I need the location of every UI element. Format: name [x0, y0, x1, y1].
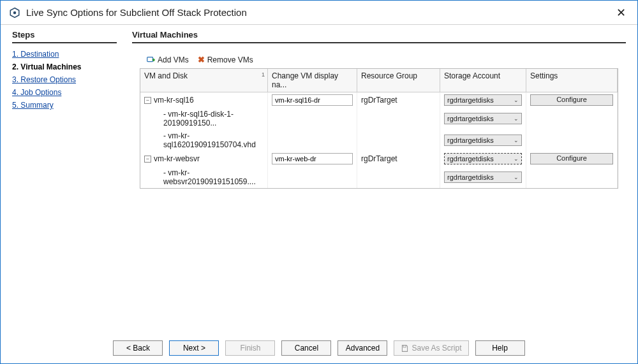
titlebar: Live Sync Options for Subclient Off Stac…	[1, 1, 637, 25]
row-name: vm-kr-sql16	[154, 96, 194, 105]
close-icon[interactable]: ✕	[612, 4, 630, 21]
display-name-cell	[268, 151, 357, 166]
table-row: −vm-kr-sql16rgDrTargetrgdrtargetdisks⌄Co…	[140, 92, 618, 108]
display-name-cell	[268, 92, 357, 108]
vm-name-cell[interactable]: −vm-kr-sql16	[140, 92, 268, 108]
storage-account-cell: rgdrtargetdisks⌄	[440, 129, 526, 151]
save-icon	[401, 344, 409, 353]
settings-cell	[526, 108, 618, 129]
remove-vms-button[interactable]: ✖ Remove VMs	[198, 55, 253, 64]
step-summary[interactable]: 5. Summary	[12, 101, 117, 110]
collapse-icon[interactable]: −	[144, 156, 151, 163]
vm-toolbar: Add VMs ✖ Remove VMs	[146, 55, 618, 64]
cancel-button[interactable]: Cancel	[281, 340, 331, 356]
steps-sidebar: Steps 1. Destination 2. Virtual Machines…	[1, 25, 128, 334]
step-job-options[interactable]: 4. Job Options	[12, 88, 117, 97]
resource-group-cell	[357, 108, 440, 129]
add-vms-button[interactable]: Add VMs	[146, 55, 189, 64]
col-settings[interactable]: Settings	[526, 69, 618, 92]
table-row: −vm-kr-websvrrgDrTargetrgdrtargetdisks⌄C…	[140, 151, 618, 166]
remove-icon: ✖	[198, 55, 205, 64]
main-panel: Virtual Machines Add VMs ✖ Remove VMs VM…	[128, 25, 637, 334]
disk-name-cell[interactable]: - vm-kr-sql16-disk-1-20190919150...	[140, 108, 268, 129]
next-button[interactable]: Next >	[169, 340, 219, 356]
row-name: - vm-kr-sql1620190919150704.vhd	[163, 131, 263, 149]
back-button[interactable]: < Back	[113, 340, 163, 356]
step-destination[interactable]: 1. Destination	[12, 50, 117, 59]
vm-grid: VM and Disk1 Change VM display na... Res…	[140, 68, 618, 189]
table-row: - vm-kr-websvr20190919151059....rgdrtarg…	[140, 166, 618, 188]
storage-account-cell: rgdrtargetdisks⌄	[440, 92, 526, 108]
finish-button: Finish	[225, 340, 275, 356]
resource-group-cell	[357, 166, 440, 188]
svg-point-1	[13, 11, 17, 14]
col-resource-group[interactable]: Resource Group	[357, 69, 440, 92]
add-vms-label: Add VMs	[158, 55, 189, 64]
chevron-down-icon: ⌄	[514, 115, 519, 122]
storage-account-select[interactable]: rgdrtargetdisks⌄	[444, 153, 522, 164]
display-name-cell	[268, 166, 357, 188]
storage-account-cell: rgdrtargetdisks⌄	[440, 151, 526, 166]
resource-group-cell: rgDrTarget	[357, 151, 440, 166]
row-name: - vm-kr-sql16-disk-1-20190919150...	[163, 110, 263, 127]
storage-account-cell: rgdrtargetdisks⌄	[440, 108, 526, 129]
dialog-body: Steps 1. Destination 2. Virtual Machines…	[1, 25, 637, 334]
col-display-name[interactable]: Change VM display na...	[268, 69, 357, 92]
display-name-cell	[268, 108, 357, 129]
storage-account-select[interactable]: rgdrtargetdisks⌄	[444, 135, 522, 146]
collapse-icon[interactable]: −	[144, 97, 151, 104]
storage-account-select[interactable]: rgdrtargetdisks⌄	[444, 94, 522, 106]
step-restore-options[interactable]: 3. Restore Options	[12, 75, 117, 84]
chevron-down-icon: ⌄	[514, 97, 519, 103]
display-name-cell	[268, 129, 357, 151]
configure-button[interactable]: Configure	[530, 153, 613, 164]
chevron-down-icon: ⌄	[514, 137, 519, 143]
configure-button[interactable]: Configure	[530, 94, 613, 106]
settings-cell	[526, 166, 618, 188]
display-name-input[interactable]	[272, 94, 353, 106]
save-as-script-label: Save As Script	[412, 344, 461, 353]
add-icon	[146, 55, 155, 64]
vm-name-cell[interactable]: −vm-kr-websvr	[140, 151, 268, 166]
chevron-down-icon: ⌄	[514, 156, 519, 162]
storage-account-cell: rgdrtargetdisks⌄	[440, 166, 526, 188]
display-name-input[interactable]	[272, 153, 353, 164]
advanced-button[interactable]: Advanced	[338, 340, 387, 356]
disk-name-cell[interactable]: - vm-kr-sql1620190919150704.vhd	[140, 129, 268, 151]
footer-buttons: < Back Next > Finish Cancel Advanced Sav…	[1, 334, 637, 363]
col-storage-account[interactable]: Storage Account	[440, 69, 526, 92]
sort-indicator: 1	[262, 71, 265, 78]
save-as-script-button: Save As Script	[394, 340, 468, 356]
steps-heading: Steps	[12, 30, 117, 43]
table-row: - vm-kr-sql1620190919150704.vhdrgdrtarge…	[140, 129, 618, 151]
settings-cell: Configure	[526, 92, 618, 108]
app-icon	[8, 6, 21, 19]
grid-body: −vm-kr-sql16rgDrTargetrgdrtargetdisks⌄Co…	[140, 92, 618, 188]
row-name: - vm-kr-websvr20190919151059....	[163, 168, 263, 186]
settings-cell: Configure	[526, 151, 618, 166]
disk-name-cell[interactable]: - vm-kr-websvr20190919151059....	[140, 166, 268, 188]
svg-rect-2	[147, 57, 153, 61]
resource-group-cell	[357, 129, 440, 151]
help-button[interactable]: Help	[475, 340, 525, 356]
row-name: vm-kr-websvr	[154, 154, 200, 163]
storage-account-select[interactable]: rgdrtargetdisks⌄	[444, 171, 522, 183]
step-virtual-machines: 2. Virtual Machines	[12, 62, 117, 71]
remove-vms-label: Remove VMs	[207, 55, 253, 64]
window-title: Live Sync Options for Subclient Off Stac…	[26, 7, 612, 18]
storage-account-select[interactable]: rgdrtargetdisks⌄	[444, 113, 522, 124]
chevron-down-icon: ⌄	[514, 174, 519, 180]
main-heading: Virtual Machines	[132, 30, 626, 43]
col-vm-disk[interactable]: VM and Disk1	[140, 69, 268, 92]
grid-header: VM and Disk1 Change VM display na... Res…	[140, 69, 618, 92]
resource-group-cell: rgDrTarget	[357, 92, 440, 108]
table-row: - vm-kr-sql16-disk-1-20190919150...rgdrt…	[140, 108, 618, 129]
settings-cell	[526, 129, 618, 151]
